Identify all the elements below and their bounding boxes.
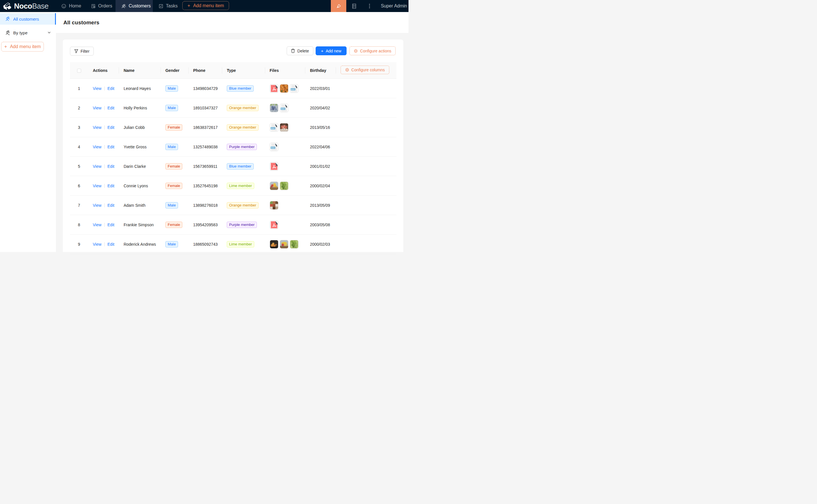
svg-text:DOC: DOC [271,127,275,129]
svg-text:DOC: DOC [291,88,295,90]
svg-text:DOC: DOC [281,108,285,110]
svg-text:DOC: DOC [271,147,275,149]
